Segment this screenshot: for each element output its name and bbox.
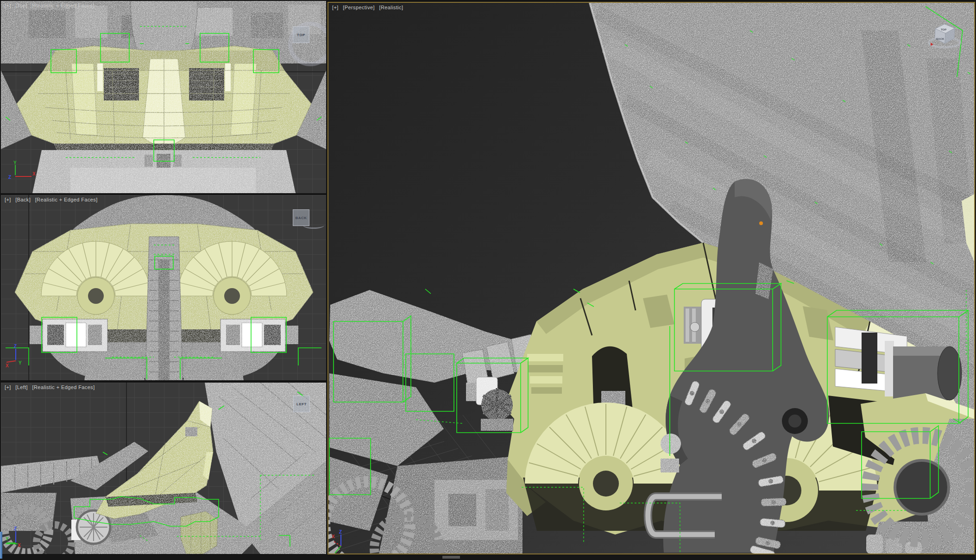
viewport-menu-pov[interactable]: [Left] xyxy=(15,384,28,390)
axis-gizmo: Z X Y xyxy=(5,342,37,368)
viewport-menu-general[interactable]: [+] xyxy=(332,5,339,10)
svg-text:Y: Y xyxy=(6,536,9,541)
resize-notch xyxy=(442,556,460,559)
viewport-menu-general[interactable]: [+] xyxy=(5,3,11,8)
background-window-sliver xyxy=(0,532,2,559)
svg-text:X: X xyxy=(6,363,9,368)
viewport-menu-shading[interactable]: [Realistic + Edged Faces] xyxy=(35,197,98,202)
viewport-menu-general[interactable]: [+] xyxy=(5,197,11,202)
viewport-menu-shading[interactable]: [Realistic] xyxy=(379,5,403,10)
svg-text:X: X xyxy=(32,171,36,176)
svg-text:X: X xyxy=(332,534,335,539)
axis-gizmo: Z X Y xyxy=(331,530,364,554)
viewcube[interactable]: BACK xyxy=(293,209,309,226)
scene-left-view[interactable] xyxy=(1,383,326,554)
viewport-menu-shading[interactable]: [Realistic + Edged Faces] xyxy=(32,3,94,8)
svg-text:Z: Z xyxy=(14,344,17,349)
svg-text:Y: Y xyxy=(13,160,17,165)
svg-text:Z: Z xyxy=(339,530,342,535)
viewport-menu-pov[interactable]: [Perspective] xyxy=(343,5,375,10)
max-viewport-workspace: [+] [Top] [Realistic + Edged Faces] xyxy=(0,0,976,560)
mech-spine-gray[interactable] xyxy=(145,237,183,380)
viewport-menu-pov[interactable]: [Back] xyxy=(15,197,31,202)
svg-text:TOP: TOP xyxy=(941,28,946,31)
svg-text:BACK: BACK xyxy=(936,38,945,40)
armor-top-view[interactable] xyxy=(17,46,311,154)
viewport-label[interactable]: [+] [Back] [Realistic + Edged Faces] xyxy=(5,197,101,202)
viewport-menu-general[interactable]: [+] xyxy=(5,384,11,390)
scene-top-view[interactable] xyxy=(1,1,326,193)
viewport-perspective-active[interactable]: [+] [Perspective] [Realistic] xyxy=(327,2,975,554)
viewport-top[interactable]: [+] [Top] [Realistic + Edged Faces] xyxy=(1,1,326,193)
scene-perspective[interactable]: TOP BACK xyxy=(328,3,974,554)
mech-body-gray[interactable] xyxy=(32,150,296,193)
viewport-label[interactable]: [+] [Left] [Realistic + Edged Faces] xyxy=(5,384,98,390)
gear-cluster-left[interactable] xyxy=(466,377,513,431)
axis-gizmo: Y X Z xyxy=(7,160,40,183)
axis-gizmo: Z Y X xyxy=(5,525,37,551)
window-bottom-edge xyxy=(0,554,976,560)
viewcube[interactable]: LEFT xyxy=(293,396,310,412)
viewport-label[interactable]: [+] [Perspective] [Realistic] xyxy=(332,5,406,10)
viewport-back[interactable]: [+] [Back] [Realistic + Edged Faces] xyxy=(1,195,326,380)
svg-text:X: X xyxy=(18,543,21,548)
svg-text:Z: Z xyxy=(14,526,17,531)
orange-marker-dot xyxy=(759,221,763,225)
svg-text:Y: Y xyxy=(19,360,22,365)
viewcube[interactable]: TOP xyxy=(293,26,309,43)
viewport-menu-pov[interactable]: [Top] xyxy=(15,3,27,8)
scene-back-view[interactable] xyxy=(1,195,326,380)
viewport-menu-shading[interactable]: [Realistic + Edged Faces] xyxy=(32,384,95,390)
viewport-label[interactable]: [+] [Top] [Realistic + Edged Faces] xyxy=(5,3,97,8)
viewport-left[interactable]: [+] [Left] [Realistic + Edged Faces] xyxy=(1,383,326,554)
svg-text:Z: Z xyxy=(8,175,11,180)
